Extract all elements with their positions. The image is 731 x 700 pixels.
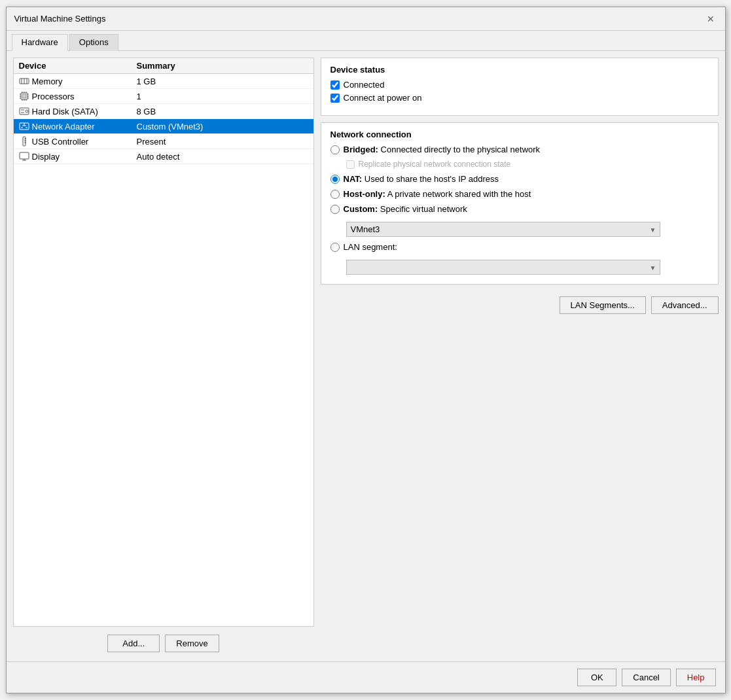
custom-row: Custom: Specific virtual network xyxy=(330,204,709,214)
processor-icon xyxy=(19,91,29,101)
remove-button[interactable]: Remove xyxy=(165,635,219,652)
display-label: Display xyxy=(32,152,60,162)
bridged-label: Bridged: Connected directly to the physi… xyxy=(344,145,541,154)
usb-icon xyxy=(19,136,29,147)
connect-at-power-on-checkbox[interactable] xyxy=(330,94,340,103)
action-buttons: LAN Segments... Advanced... xyxy=(321,296,719,314)
content-area: Device Summary Memory 1 GB xyxy=(7,51,725,661)
device-status-title: Device status xyxy=(330,65,709,75)
device-table-header: Device Summary xyxy=(14,58,313,74)
footer-area: OK Cancel Help xyxy=(7,661,725,693)
network-label: Network Adapter xyxy=(32,122,95,131)
nat-label: NAT: Used to share the host's IP address xyxy=(344,174,499,184)
device-table: Device Summary Memory 1 GB xyxy=(13,58,314,627)
left-panel: Device Summary Memory 1 GB xyxy=(13,58,314,655)
network-connection-title: Network connection xyxy=(330,130,709,139)
advanced-button[interactable]: Advanced... xyxy=(651,296,719,314)
network-summary: Custom (VMnet3) xyxy=(137,122,308,131)
usb-label: USB Controller xyxy=(32,137,89,147)
network-connection-section: Network connection Bridged: Connected di… xyxy=(321,122,719,285)
nat-radio[interactable] xyxy=(330,175,340,184)
connected-label: Connected xyxy=(344,80,385,90)
lan-segment-radio[interactable] xyxy=(330,243,340,252)
replicate-label: Replicate physical network connection st… xyxy=(359,160,511,169)
left-buttons: Add... Remove xyxy=(13,632,314,655)
display-icon xyxy=(19,151,29,162)
processors-summary: 1 xyxy=(137,92,308,101)
memory-summary: 1 GB xyxy=(137,77,308,86)
svg-rect-18 xyxy=(20,108,29,114)
close-button[interactable]: ✕ xyxy=(704,12,717,26)
memory-icon xyxy=(19,76,29,86)
svg-point-19 xyxy=(26,110,28,113)
harddisk-label: Hard Disk (SATA) xyxy=(32,107,98,116)
lan-segment-label: LAN segment: xyxy=(344,242,397,252)
tab-options[interactable]: Options xyxy=(69,34,118,51)
lan-select[interactable] xyxy=(346,260,660,275)
connect-at-power-on-label: Connect at power on xyxy=(344,93,422,103)
help-button[interactable]: Help xyxy=(676,669,716,686)
lan-segments-button[interactable]: LAN Segments... xyxy=(560,296,646,314)
connected-checkbox[interactable] xyxy=(330,80,340,90)
harddisk-icon xyxy=(19,106,29,116)
add-button[interactable]: Add... xyxy=(107,635,160,652)
col-device-header: Device xyxy=(19,61,137,71)
custom-radio[interactable] xyxy=(330,205,340,214)
device-row-memory[interactable]: Memory 1 GB xyxy=(14,74,313,89)
col-summary-header: Summary xyxy=(137,61,308,71)
cancel-button[interactable]: Cancel xyxy=(622,669,670,686)
connect-at-power-on-row: Connect at power on xyxy=(330,93,709,103)
usb-summary: Present xyxy=(137,137,308,147)
processors-label: Processors xyxy=(32,92,75,101)
vmnet-select-wrapper: VMnet3 VMnet0 VMnet1 VMnet2 xyxy=(346,222,660,237)
device-row-processors[interactable]: Processors 1 xyxy=(14,89,313,104)
radio-group: Bridged: Connected directly to the physi… xyxy=(330,145,709,275)
memory-label: Memory xyxy=(32,77,63,86)
host-only-radio[interactable] xyxy=(330,190,340,199)
custom-label: Custom: Specific virtual network xyxy=(344,204,467,214)
svg-rect-27 xyxy=(23,137,26,146)
device-status-section: Device status Connected Connect at power… xyxy=(321,58,719,116)
bridged-radio[interactable] xyxy=(330,145,340,154)
svg-rect-31 xyxy=(20,152,29,159)
vmnet-select-row: VMnet3 VMnet0 VMnet1 VMnet2 xyxy=(346,222,709,237)
virtual-machine-settings-window: Virtual Machine Settings ✕ Hardware Opti… xyxy=(6,7,726,693)
window-title: Virtual Machine Settings xyxy=(14,14,106,24)
host-only-label: Host-only: A private network shared with… xyxy=(344,189,531,199)
lan-segment-row: LAN segment: xyxy=(330,242,709,252)
replicate-row: Replicate physical network connection st… xyxy=(346,160,709,169)
network-icon xyxy=(19,121,29,131)
device-row-usb[interactable]: USB Controller Present xyxy=(14,134,313,149)
tab-hardware[interactable]: Hardware xyxy=(12,34,68,51)
harddisk-summary: 8 GB xyxy=(137,107,308,116)
connected-row: Connected xyxy=(330,80,709,90)
device-row-harddisk[interactable]: Hard Disk (SATA) 8 GB xyxy=(14,104,313,119)
replicate-checkbox[interactable] xyxy=(346,160,355,169)
host-only-row: Host-only: A private network shared with… xyxy=(330,189,709,199)
nat-row: NAT: Used to share the host's IP address xyxy=(330,174,709,184)
device-row-display[interactable]: Display Auto detect xyxy=(14,149,313,164)
bridged-row: Bridged: Connected directly to the physi… xyxy=(330,145,709,154)
tabs-bar: Hardware Options xyxy=(7,31,725,51)
right-panel: Device status Connected Connect at power… xyxy=(321,58,719,655)
device-row-network[interactable]: Network Adapter Custom (VMnet3) xyxy=(14,119,313,134)
svg-rect-5 xyxy=(22,94,26,98)
lan-select-wrapper xyxy=(346,260,660,275)
vmnet-select[interactable]: VMnet3 VMnet0 VMnet1 VMnet2 xyxy=(346,222,660,237)
ok-button[interactable]: OK xyxy=(577,669,616,686)
title-bar: Virtual Machine Settings ✕ xyxy=(7,7,725,31)
display-summary: Auto detect xyxy=(137,152,308,162)
